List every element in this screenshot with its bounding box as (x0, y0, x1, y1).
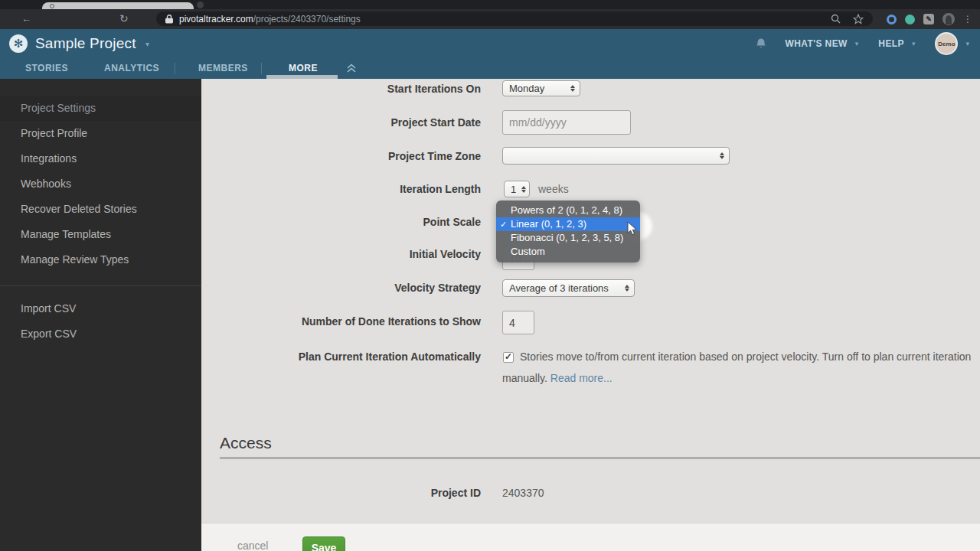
url-text: pivotaltracker.com/projects/2403370/sett… (179, 14, 361, 24)
collapse-chevron-icon[interactable] (346, 63, 357, 73)
form-action-bar: cancel Save (201, 523, 980, 551)
project-id-label: Project ID (201, 487, 481, 499)
browser-tab[interactable] (42, 2, 194, 9)
app-header: Sample Project WHAT'S NEW HELP Demo (0, 29, 980, 58)
save-button[interactable]: Save (302, 536, 345, 551)
project-start-date-label: Project Start Date (201, 116, 481, 129)
sidebar-item-project-profile[interactable]: Project Profile (0, 121, 201, 146)
address-bar[interactable]: pivotaltracker.com/projects/2403370/sett… (156, 11, 873, 26)
whats-new-caret-icon[interactable] (855, 40, 859, 47)
plan-current-iteration-label: Plan Current Iteration Automatically (201, 350, 481, 363)
iteration-length-unit: weeks (538, 183, 569, 195)
browser-profile-avatar[interactable] (942, 13, 955, 25)
velocity-strategy-select[interactable]: Average of 3 iterations (502, 279, 635, 297)
settings-form: Start Iterations On Monday Project Start… (201, 79, 980, 551)
access-divider (220, 457, 980, 459)
select-stepper-icon (570, 85, 575, 92)
search-icon[interactable] (831, 14, 841, 24)
lock-icon (165, 15, 173, 24)
nav-divider (175, 63, 175, 74)
start-iterations-on-label: Start Iterations On (201, 83, 481, 95)
project-id-value: 2403370 (502, 487, 544, 499)
velocity-strategy-label: Velocity Strategy (201, 282, 481, 294)
reload-icon[interactable]: ↻ (119, 13, 129, 24)
help-menu[interactable]: HELP (878, 38, 904, 49)
dropdown-option-linear[interactable]: Linear (0, 1, 2, 3) (496, 217, 640, 231)
point-scale-label: Point Scale (201, 216, 481, 228)
sidebar-item-export-csv[interactable]: Export CSV (0, 321, 201, 347)
iteration-length-label: Iteration Length (201, 183, 481, 195)
sidebar-item-import-csv[interactable]: Import CSV (0, 296, 201, 321)
dropdown-option-powers-of-2[interactable]: Powers of 2 (0, 1, 2, 4, 8) (496, 204, 640, 217)
sidebar-item-recover-deleted-stories[interactable]: Recover Deleted Stories (0, 197, 201, 222)
plan-current-help-line2: manually. Read more... (502, 372, 612, 384)
read-more-link[interactable]: Read more... (550, 372, 612, 384)
user-menu-caret-icon[interactable] (965, 40, 969, 47)
project-title: Sample Project (35, 35, 136, 52)
notifications-bell-icon[interactable] (755, 37, 767, 51)
tracker-logo-icon[interactable] (9, 34, 28, 53)
extension-icon[interactable] (905, 15, 915, 24)
access-heading: Access (220, 434, 272, 452)
select-stepper-icon (720, 152, 724, 159)
project-time-zone-label: Project Time Zone (201, 150, 481, 162)
dropdown-option-fibonacci[interactable]: Fibonacci (0, 1, 2, 3, 5, 8) (496, 231, 640, 245)
start-iterations-on-select[interactable]: Monday (502, 80, 580, 96)
done-iterations-label: Number of Done Iterations to Show (201, 315, 481, 328)
whats-new-menu[interactable]: WHAT'S NEW (786, 38, 848, 49)
project-nav: STORIES ANALYTICS MEMBERS MORE (0, 58, 980, 79)
tab-analytics[interactable]: ANALYTICS (104, 63, 159, 73)
help-caret-icon[interactable] (912, 40, 916, 47)
sidebar-item-webhooks[interactable]: Webhooks (0, 171, 201, 197)
sidebar-item-manage-templates[interactable]: Manage Templates (0, 222, 201, 247)
check-icon (500, 217, 507, 231)
select-stepper-icon (521, 186, 526, 193)
project-start-date-input[interactable] (502, 110, 631, 135)
tab-stories[interactable]: STORIES (25, 63, 68, 73)
point-scale-dropdown: Powers of 2 (0, 1, 2, 4, 8) Linear (0, 1… (496, 201, 640, 262)
sidebar-item-manage-review-types[interactable]: Manage Review Types (0, 247, 201, 272)
new-tab-button[interactable] (197, 2, 204, 8)
back-icon[interactable]: ← (21, 14, 31, 24)
sidebar-item-integrations[interactable]: Integrations (0, 146, 201, 171)
iteration-length-select[interactable]: 1 (504, 181, 530, 197)
sidebar-item-project-settings[interactable]: Project Settings (0, 96, 201, 121)
mouse-cursor (627, 221, 638, 236)
browser-menu-icon[interactable]: ⋮ (963, 14, 972, 24)
tab-favicon-icon (50, 4, 54, 8)
sidebar-divider (0, 285, 201, 286)
url-domain: pivotaltracker.com (179, 14, 253, 24)
extension-icon[interactable]: ✎ (923, 14, 934, 24)
project-time-zone-select[interactable] (502, 147, 730, 165)
url-path: /projects/2403370/settings (253, 14, 361, 24)
nav-divider (261, 63, 262, 74)
cancel-link[interactable]: cancel (237, 540, 268, 551)
browser-toolbar: ← ↻ pivotaltracker.com/projects/2403370/… (0, 9, 980, 29)
tab-more[interactable]: MORE (289, 63, 318, 73)
initial-velocity-label: Initial Velocity (201, 248, 481, 260)
extension-icon[interactable] (887, 15, 897, 24)
tab-members[interactable]: MEMBERS (198, 63, 248, 73)
plan-current-iteration-checkbox[interactable] (503, 352, 514, 363)
settings-sidebar: Project Settings Project Profile Integra… (0, 79, 201, 551)
plan-current-help-line1: Stories move to/from current iteration b… (520, 350, 971, 363)
user-avatar[interactable]: Demo (935, 32, 958, 55)
dropdown-option-custom[interactable]: Custom (496, 245, 640, 259)
done-iterations-input[interactable] (502, 311, 534, 334)
project-switcher-caret-icon[interactable] (145, 40, 149, 48)
select-stepper-icon (625, 285, 629, 292)
bookmark-star-icon[interactable] (853, 14, 864, 24)
browser-tab-strip (0, 0, 980, 9)
